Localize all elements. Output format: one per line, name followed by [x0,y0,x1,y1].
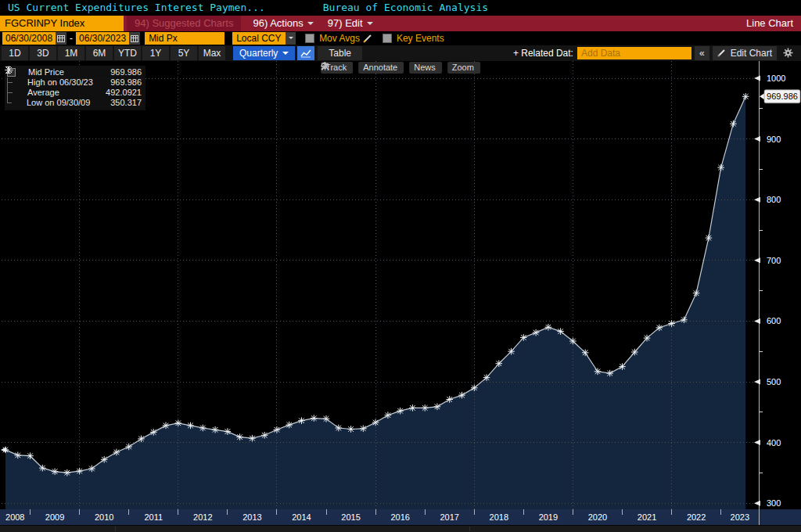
legend-tree-connector [7,77,15,88]
legend-row-high: High on 06/30/23 969.986 [7,77,142,88]
settings-bar: 06/30/2008 - 06/30/2023 Mid Px Local CCY… [0,31,801,45]
add-data-input[interactable] [577,47,691,59]
magnifier-icon [321,62,330,70]
actions-menu[interactable]: 96) Actions [246,16,320,31]
period-tab-6m[interactable]: 6M [86,46,113,60]
legend-row-low: Low on 09/30/09 350.317 [7,98,142,108]
period-tab-1y[interactable]: 1Y [142,46,169,60]
line-chart-icon-button[interactable] [297,46,314,60]
page-title: US Current Expenditures Interest Paymen.… [8,2,265,13]
mov-avgs-label: Mov Avgs [319,33,360,44]
x-tick-label: 2022 [687,512,706,522]
command-bar: FGCRINPY Index 94) Suggested Charts 96) … [0,16,801,31]
y-tick-arrow-icon [754,197,760,203]
period-tab-1m[interactable]: 1M [58,46,84,60]
date-from-field[interactable]: 06/30/2008 [2,32,56,45]
x-tick-label: 2011 [144,512,163,522]
last-price-tag-value: 969.986 [767,92,798,101]
key-events-label: Key Events [397,33,444,44]
x-tick-label: 2012 [193,512,212,522]
calendar-icon[interactable] [129,32,140,45]
edit-menu[interactable]: 97) Edit [321,16,380,31]
date-to-field[interactable]: 06/30/2023 [76,32,129,45]
currency-field[interactable]: Local CCY [232,32,286,45]
pencil-icon[interactable] [363,34,373,43]
date-range-separator: - [70,33,73,44]
y-tick-label: 600 [767,316,781,325]
period-tab-3d[interactable]: 3D [30,46,56,60]
x-tick-label: 2016 [390,512,409,522]
line-chart-icon [300,49,311,58]
chevron-down-icon [367,22,373,25]
news-button[interactable]: News [409,62,442,74]
legend-tree-connector [7,98,14,108]
chevron-down-icon [307,22,314,25]
y-tick-arrow-icon [754,501,760,506]
bottom-strip [0,525,801,532]
collapse-panel-button[interactable]: « [695,46,709,60]
y-tick-arrow-icon [754,136,760,142]
key-events-checkbox[interactable] [383,34,392,43]
chevron-down-icon [282,52,289,55]
period-tab-ytd[interactable]: YTD [114,46,141,60]
period-bar: 1D 3D 1M 6M YTD 1Y 5Y Max Quarterly Tabl… [0,45,801,61]
legend-tree-connector [7,88,15,98]
y-tick-label: 500 [767,377,781,386]
related-data-label: + Related Dat: [513,48,573,59]
period-tab-max[interactable]: Max [199,46,225,60]
y-tick-arrow-icon [754,379,760,384]
data-source-label: Bureau of Economic Analysis [323,2,488,13]
legend-row-mid-price: - Mid Price 969.986 [7,67,142,77]
x-tick-label: 2014 [292,512,311,522]
y-tick-label: 900 [767,134,781,143]
y-tick-arrow-icon [754,440,760,445]
frequency-dropdown[interactable]: Quarterly [233,46,295,60]
edit-chart-button[interactable]: Edit Chart [713,46,777,60]
legend-row-average: Average 492.0921 [7,88,142,98]
y-tick-arrow-icon [754,75,760,81]
table-button[interactable]: Table [318,46,362,60]
command-bar-spacer [380,16,746,31]
x-tick-label: 2023 [731,512,749,522]
x-tick-label: 2020 [588,512,607,522]
x-tick-label: 2009 [45,512,64,522]
y-tick-arrow-icon [754,257,760,263]
y-tick-label: 1000 [767,74,785,83]
ticker-field[interactable]: FGCRINPY Index [0,16,124,31]
x-tick-label: 2017 [440,512,458,522]
x-tick-label: 2019 [539,512,558,522]
chart-type-label: Line Chart [746,16,801,31]
chart-legend[interactable]: - Mid Price 969.986 High on 06/30/23 969… [5,66,145,110]
chart-tools: Track Annotate News Zoom [321,62,480,74]
x-tick-label: 2021 [638,512,656,522]
x-tick-label: 2010 [95,512,113,522]
x-tick-label: 2013 [242,512,261,522]
mov-avgs-checkbox[interactable] [305,34,314,43]
y-tick-label: 400 [767,437,781,447]
zoom-button[interactable]: Zoom [447,62,480,74]
x-tick-label: 2015 [341,512,360,522]
y-tick-label: 800 [767,195,781,204]
y-tick-label: 300 [767,498,781,508]
period-tab-5y[interactable]: 5Y [171,46,197,60]
pencil-icon [717,49,727,57]
x-tick-label: 2018 [490,512,508,522]
x-tick-label: 2008 [5,512,24,522]
chart-area: 2008200920102011201220132014201520162017… [0,61,801,525]
y-tick-arrow-icon [754,318,760,324]
bloomberg-terminal-window: US Current Expenditures Interest Paymen.… [0,0,801,532]
gear-icon [783,48,793,58]
y-tick-label: 700 [767,256,781,265]
bottom-strip-divider [115,527,116,531]
currency-dropdown-button[interactable] [286,32,296,45]
suggested-charts-button[interactable]: 94) Suggested Charts [127,16,241,31]
chart-settings-button[interactable] [778,46,798,60]
bottom-strip-divider [469,527,470,531]
annotate-button[interactable]: Annotate [358,62,404,74]
calendar-icon[interactable] [56,32,66,45]
price-source-field[interactable]: Mid Px [145,32,224,45]
chevron-down-icon [289,37,293,39]
period-tab-1d[interactable]: 1D [2,46,28,60]
title-bar: US Current Expenditures Interest Paymen.… [0,0,801,16]
price-chart[interactable]: 2008200920102011201220132014201520162017… [0,61,801,526]
